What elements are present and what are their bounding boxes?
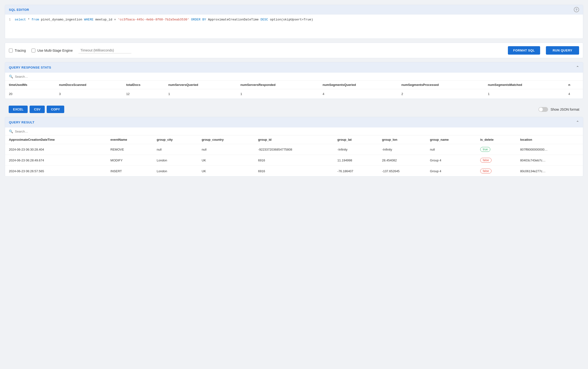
cell-group_name: Group 4 [426, 166, 476, 176]
result-table-row: 2024-06-23 06:28:49.674MODIFYLondonUK691… [5, 155, 583, 166]
cell-location: 807ff8000000000… [516, 144, 583, 155]
query-response-stats-title: QUERY RESPONSE STATS [9, 66, 51, 69]
cell-group_id: 6916 [254, 166, 334, 176]
stat-timeUsedMs: 20 [5, 89, 55, 99]
copy-button[interactable]: COPY [47, 106, 64, 113]
json-toggle-group: Show JSON format [538, 107, 579, 112]
cell-group_lat: -76.186407 [333, 166, 378, 176]
is-delete-badge-0: true [480, 147, 491, 152]
col-group-lat: group_lat [333, 135, 378, 144]
query-result-card: QUERY RESULT ⌃ 🔍 ApproximateCreationDate… [5, 117, 583, 176]
col-approx-datetime: ApproximateCreationDateTime [5, 135, 107, 144]
col-group-id: group_id [254, 135, 334, 144]
col-is-delete: is_delete [476, 135, 516, 144]
cell-is-delete: true [476, 144, 516, 155]
cell-group_lat: 11.194998 [333, 155, 378, 166]
tracing-checkbox[interactable] [9, 49, 13, 52]
cell-group_id: 6916 [254, 155, 334, 166]
cell-group_lon: -Infinity [378, 144, 426, 155]
excel-button[interactable]: EXCEL [9, 106, 28, 113]
show-json-label: Show JSON format [550, 108, 579, 111]
col-group-city: group_city [153, 135, 198, 144]
cell-eventName: MODIFY [107, 155, 153, 166]
cell-group_lat: -Infinity [333, 144, 378, 155]
cell-group_city: London [153, 155, 198, 166]
cell-group_city: null [153, 144, 198, 155]
cell-group_name: null [426, 144, 476, 155]
col-numServersResponded: numServersResponded [237, 81, 319, 89]
col-group-lon: group_lon [378, 135, 426, 144]
sql-order-keyword: ORDER BY [191, 18, 206, 21]
line-number: 1 [9, 18, 11, 21]
cell-location: 80c06134e277c… [516, 166, 583, 176]
col-numSegmentsProcessed: numSegmentsProcessed [397, 81, 484, 89]
result-search-input[interactable] [15, 130, 579, 133]
stats-search-bar: 🔍 [5, 73, 583, 81]
cell-ApproximateCreationDateTime: 2024-06-23 06:28:49.674 [5, 155, 107, 166]
sql-editor-body[interactable]: 1select * from pinot_dynamo_ingestion WH… [5, 14, 583, 39]
cell-eventName: INSERT [107, 166, 153, 176]
col-eventName: eventName [107, 135, 153, 144]
result-table-header-row: ApproximateCreationDateTime eventName gr… [5, 135, 583, 144]
multi-stage-label: Use Multi-Stage Engine [37, 49, 73, 52]
cell-group_lon: -137.652645 [378, 166, 426, 176]
format-sql-button[interactable]: FORMAT SQL [508, 46, 540, 55]
cell-group_country: UK [198, 155, 254, 166]
query-result-header: QUERY RESULT ⌃ [5, 117, 583, 127]
csv-button[interactable]: CSV [30, 106, 45, 113]
tracing-label: Tracing [15, 49, 26, 52]
tracing-checkbox-group: Tracing [9, 49, 26, 52]
help-icon[interactable]: ? [574, 7, 579, 12]
stat-numDocsScanned: 3 [55, 89, 122, 99]
stats-table: timeUsedMs numDocsScanned totalDocs numS… [5, 81, 583, 99]
sql-editor-header: SQL EDITOR ? [5, 5, 583, 14]
stats-search-input[interactable] [15, 75, 579, 78]
query-response-stats-header: QUERY RESPONSE STATS ⌃ [5, 62, 583, 73]
json-toggle-switch[interactable] [538, 107, 548, 112]
collapse-stats-icon[interactable]: ⌃ [576, 65, 579, 70]
col-timeUsedMs: timeUsedMs [5, 81, 55, 89]
col-n: n [564, 81, 583, 89]
stats-search-icon: 🔍 [9, 75, 13, 78]
stats-table-header-row: timeUsedMs numDocsScanned totalDocs numS… [5, 81, 583, 89]
multi-stage-checkbox-group: Use Multi-Stage Engine [31, 49, 73, 52]
cell-ApproximateCreationDateTime: 2024-06-23 06:30:28.404 [5, 144, 107, 155]
col-numSegmentsQueried: numSegmentsQueried [319, 81, 398, 89]
sql-editor-card: SQL EDITOR ? 1select * from pinot_dynamo… [5, 5, 583, 39]
result-table-row: 2024-06-23 06:26:57.565INSERTLondonUK691… [5, 166, 583, 176]
cell-group_country: null [198, 144, 254, 155]
cell-eventName: REMOVE [107, 144, 153, 155]
multi-stage-checkbox[interactable] [31, 49, 35, 52]
col-totalDocs: totalDocs [122, 81, 164, 89]
sql-editor-title: SQL EDITOR [9, 8, 29, 11]
cell-group_country: UK [198, 166, 254, 176]
export-row: EXCEL CSV COPY Show JSON format [5, 103, 583, 116]
query-result-title: QUERY RESULT [9, 121, 34, 124]
timeout-input[interactable] [78, 47, 131, 53]
cell-group_id: -9223372036854775808 [254, 144, 334, 155]
sql-from-keyword: from [31, 18, 39, 21]
col-group-country: group_country [198, 135, 254, 144]
sql-select-keyword: select [15, 18, 26, 21]
toggle-slider [538, 107, 548, 112]
cell-ApproximateCreationDateTime: 2024-06-23 06:26:57.565 [5, 166, 107, 176]
cell-location: 80403c743eb7c… [516, 155, 583, 166]
is-delete-badge-1: false [480, 158, 492, 163]
stat-numServersQueried: 1 [164, 89, 237, 99]
sql-where-keyword: WHERE [84, 18, 93, 21]
is-delete-badge-2: false [480, 169, 492, 174]
controls-row: Tracing Use Multi-Stage Engine FORMAT SQ… [5, 42, 583, 58]
cell-group_lon: 28.454082 [378, 155, 426, 166]
stat-numSegmentsQueried: 4 [319, 89, 398, 99]
stat-n: 4 [564, 89, 583, 99]
collapse-result-icon[interactable]: ⌃ [576, 120, 579, 125]
col-numDocsScanned: numDocsScanned [55, 81, 122, 89]
col-location: location [516, 135, 583, 144]
stat-numSegmentsMatched: 1 [484, 89, 564, 99]
col-numSegmentsMatched: numSegmentsMatched [484, 81, 564, 89]
sql-desc-keyword: DESC [260, 18, 268, 21]
col-numServersQueried: numServersQueried [164, 81, 237, 89]
col-group-name: group_name [426, 135, 476, 144]
run-query-button[interactable]: RUN QUERY [546, 46, 579, 55]
cell-is-delete: false [476, 166, 516, 176]
